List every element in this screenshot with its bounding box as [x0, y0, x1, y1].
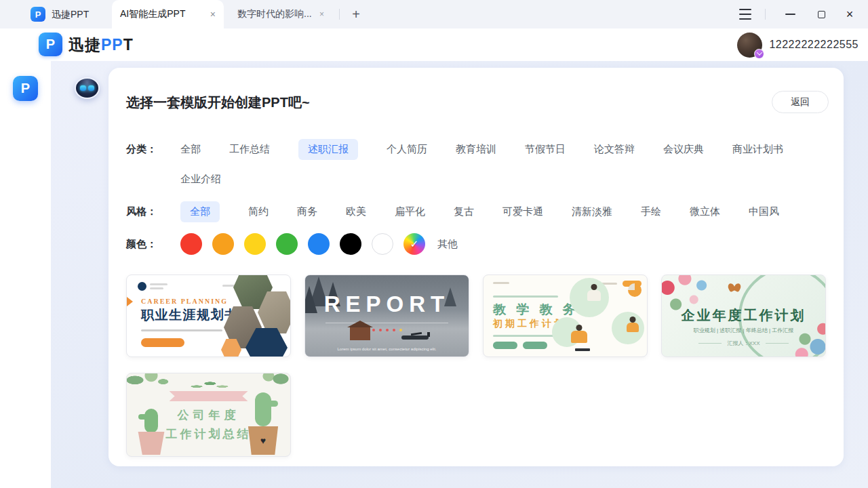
minimize-icon [785, 14, 795, 15]
decor-text-bar [150, 287, 163, 289]
template-title: REPORT [305, 291, 469, 317]
color-swatch-orange[interactable] [212, 233, 234, 255]
category-chip-resume[interactable]: 个人简历 [387, 143, 427, 156]
decor-plants [178, 378, 239, 392]
template-title-line1: 教 学 教 务 [493, 301, 579, 319]
template-caption: Lorem ipsum dolor sit amet, consectetur … [305, 347, 469, 351]
category-chips: 全部 工作总结 述职汇报 个人简历 教育培训 节假节日 论文答辩 会议庆典 商业… [180, 139, 783, 160]
menu-icon[interactable] [738, 8, 753, 20]
assistant-robot-icon [75, 77, 100, 99]
color-swatch-multicolor-selected[interactable]: ✓ [403, 233, 425, 255]
template-card-career-planning[interactable]: CAREER PLANNING 职业生涯规划书 [126, 274, 291, 357]
page-title: 选择一套模版开始创建PPT吧~ [126, 94, 310, 112]
minimize-button[interactable] [781, 5, 799, 23]
tab-label: 数字时代的影响... [237, 8, 314, 20]
style-chip-western[interactable]: 欧美 [346, 205, 366, 218]
decor-pill [141, 338, 184, 347]
decor-butterfly [728, 283, 741, 291]
decor-person-laptop [571, 331, 587, 343]
color-swatches: ✓ [180, 233, 425, 255]
category-chip-business-plan[interactable]: 商业计划书 [732, 143, 783, 156]
color-swatch-green[interactable] [276, 233, 298, 255]
style-chip-cartoon[interactable]: 可爱卡通 [502, 205, 543, 218]
decor-dots [305, 329, 469, 331]
account-area[interactable]: 12222222222555 [737, 28, 859, 61]
window-controls-divider [765, 9, 766, 20]
color-swatch-black[interactable] [340, 233, 361, 255]
decor-button-pill [493, 342, 517, 349]
color-swatch-yellow[interactable] [244, 233, 266, 255]
category-chips: 企业介绍 [180, 173, 221, 186]
decor-text-bar [493, 296, 558, 298]
style-label: 风格： [126, 205, 180, 218]
tab-divider [339, 9, 340, 20]
decor-laptop [575, 348, 590, 351]
category-chip-work-summary[interactable]: 工作总结 [229, 143, 270, 156]
style-chips: 全部 简约 商务 欧美 扁平化 复古 可爱卡通 清新淡雅 手绘 微立体 中国风 [180, 201, 779, 222]
style-chip-business[interactable]: 商务 [297, 205, 317, 218]
brand-logo-icon: P [39, 33, 62, 56]
template-eyebrow: CAREER PLANNING [141, 298, 228, 305]
maximize-icon [818, 11, 825, 18]
style-chip-fresh[interactable]: 清新淡雅 [572, 205, 612, 218]
color-swatch-red[interactable] [180, 233, 202, 255]
decor-ribbon-banner [170, 391, 248, 401]
style-chip-minimal[interactable]: 简约 [248, 205, 269, 218]
style-chip-micro-3d[interactable]: 微立体 [690, 205, 720, 218]
tab-label: AI智能生成PPT [120, 8, 205, 20]
decor-pot [136, 432, 166, 455]
tab-ai-generate-ppt[interactable]: AI智能生成PPT × [112, 0, 224, 28]
body: P 选择一套模版开始创建PPT吧~ 返回 分类： 全部 工作总结 述职汇报 个人… [0, 61, 868, 488]
template-picker-panel: 选择一套模版开始创建PPT吧~ 返回 分类： 全部 工作总结 述职汇报 个人简历… [108, 68, 844, 466]
maximize-button[interactable] [812, 5, 830, 23]
style-chip-retro[interactable]: 复古 [454, 205, 474, 218]
decor-person-reading [627, 323, 639, 332]
category-chip-holiday[interactable]: 节假节日 [525, 143, 566, 156]
template-card-annual-work-plan[interactable]: 企业年度工作计划 职业规划 | 述职汇报 | 年终总结 | 工作汇报 汇报人：X… [661, 274, 826, 357]
sidebar-item-home[interactable]: P [13, 76, 38, 101]
style-chip-hand-drawn[interactable]: 手绘 [641, 205, 661, 218]
category-chip-all[interactable]: 全部 [180, 143, 201, 156]
app-logo-icon: P [31, 7, 45, 22]
new-tab-button[interactable]: + [347, 5, 365, 23]
decor-cabin [350, 327, 370, 340]
decor-cactus [255, 392, 271, 426]
decor-pie-chart [628, 283, 642, 297]
vip-badge-icon [754, 49, 764, 59]
avatar[interactable] [737, 33, 762, 58]
decor-arrow [127, 297, 133, 306]
style-chip-flat[interactable]: 扁平化 [395, 205, 425, 218]
color-swatch-white[interactable] [372, 233, 393, 255]
category-label: 分类： [126, 143, 180, 156]
decor-leaves [126, 373, 178, 402]
category-chip-education[interactable]: 教育培训 [456, 143, 496, 156]
close-button[interactable]: × [841, 5, 859, 23]
category-chip-thesis[interactable]: 论文答辩 [594, 143, 635, 156]
decor-text-bar [493, 282, 509, 284]
template-card-report[interactable]: REPORT Lorem ipsum dolor sit amet, conse… [304, 274, 469, 357]
template-card-company-annual-summary[interactable]: 公司年度 工作计划总结 ♥ [126, 373, 291, 457]
template-presenter: 汇报人：XXX [662, 340, 825, 347]
style-chip-all-selected[interactable]: 全部 [180, 201, 220, 222]
app-name: 迅捷PPT [52, 0, 89, 28]
category-chip-ceremony[interactable]: 会议庆典 [663, 143, 704, 156]
style-chip-chinese[interactable]: 中国风 [749, 205, 779, 218]
color-swatch-blue[interactable] [308, 233, 330, 255]
category-chip-company-intro[interactable]: 企业介绍 [180, 173, 221, 186]
template-grid: CAREER PLANNING 职业生涯规划书 REPORT [126, 274, 826, 457]
tab-close-icon[interactable]: × [210, 9, 216, 19]
decor-text-bar [141, 329, 222, 331]
decor-text-bar [150, 283, 167, 285]
account-number: 12222222222555 [769, 39, 859, 51]
color-other-option[interactable]: 其他 [437, 238, 458, 251]
category-filter-row: 分类： 全部 工作总结 述职汇报 个人简历 教育培训 节假节日 论文答辩 会议庆… [126, 138, 783, 160]
back-button[interactable]: 返回 [772, 91, 829, 113]
template-card-teaching-plan[interactable]: 教 学 教 务 初期工作计划 [483, 274, 648, 357]
color-filter-row: 颜色： ✓ 其他 [126, 233, 458, 255]
tab-close-icon[interactable]: × [319, 10, 324, 18]
template-title: 职业生涯规划书 [141, 306, 239, 324]
category-chip-debriefing-selected[interactable]: 述职汇报 [298, 139, 358, 160]
tab-digital-age[interactable]: 数字时代的影响... × [229, 0, 332, 28]
titlebar: P 迅捷PPT AI智能生成PPT × 数字时代的影响... × + × [0, 0, 868, 28]
decor-button-pill [523, 342, 547, 349]
